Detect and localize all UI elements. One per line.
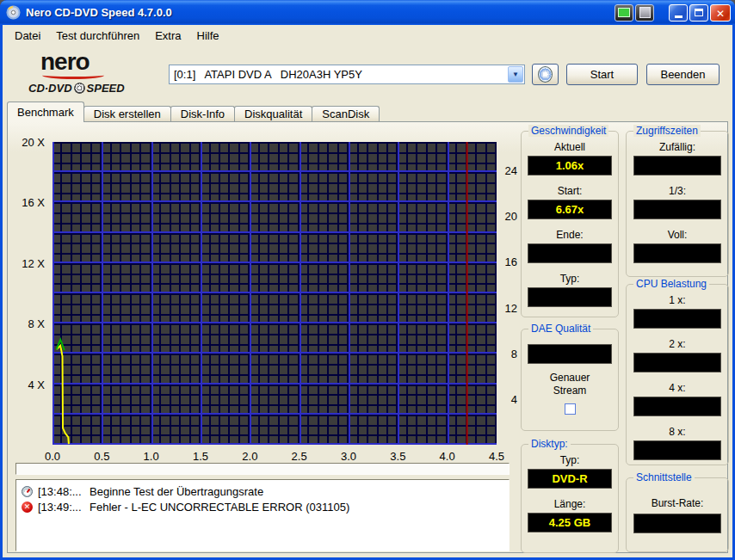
floppy-icon xyxy=(639,7,651,18)
access-times-group: Zugriffszeiten Zufällig: 1/3: Voll: xyxy=(626,131,729,277)
one-third-value xyxy=(633,200,721,219)
log-message: Fehler - L-EC UNCORRECTABLE ERROR (03110… xyxy=(90,501,349,514)
logo-speed-text: SPEED xyxy=(87,82,125,95)
product-wordmark: CD·DVD SPEED xyxy=(28,82,158,95)
disc-icon xyxy=(74,83,85,94)
dae-quality-value xyxy=(528,344,612,364)
series-transfer-rate xyxy=(57,346,69,444)
left-axis-tick-label: 20 X xyxy=(22,136,45,149)
disc-laenge-value: 4.25 GB xyxy=(528,513,612,532)
log-timestamp: [13:48:... xyxy=(38,485,90,498)
log-message: Beginne Test der Übertragungsrate xyxy=(90,485,263,498)
zufaellig-value xyxy=(633,156,721,175)
window-title: Nero CD-DVD Speed 4.7.0.0 xyxy=(26,6,613,19)
left-axis-tick-label: 4 X xyxy=(28,378,45,391)
x-axis-tick-label: 3.5 xyxy=(390,450,405,463)
disc-laenge-label: Länge: xyxy=(554,498,586,510)
capture-window-button[interactable] xyxy=(615,4,633,22)
start-value: 6.67x xyxy=(528,200,612,219)
titlebar[interactable]: Nero CD-DVD Speed 4.7.0.0 xyxy=(0,0,735,25)
benchmark-page: 20 X16 X12 X8 X4 X 2420161284 0.00.51.01… xyxy=(7,121,728,553)
group-title: Schnittstelle xyxy=(633,471,695,483)
x-axis-tick-label: 4.5 xyxy=(489,450,504,463)
burst-rate-label: Burst-Rate: xyxy=(652,497,704,509)
interface-group: Schnittstelle Burst-Rate: xyxy=(626,477,729,552)
menubar: Datei Test durchführen Extra Hilfe xyxy=(3,26,732,45)
typ-value xyxy=(528,287,612,307)
maximize-icon xyxy=(695,9,703,16)
x-axis-tick-label: 3.0 xyxy=(341,450,356,463)
close-button[interactable] xyxy=(710,4,731,22)
log-panel: [13:48:... Beginne Test der Übertragungs… xyxy=(15,479,510,551)
cpu-4x-label: 4 x: xyxy=(669,382,685,394)
cpu-load-group: CPU Belastung 1 x: 2 x: 4 x: 8 x: xyxy=(626,284,729,465)
dae-quality-group: DAE Qualität Genauer Stream xyxy=(521,329,619,431)
cpu-4x-value xyxy=(633,397,721,416)
x-axis-tick-label: 0.5 xyxy=(94,450,109,463)
genauer-stream-checkbox[interactable] xyxy=(565,403,576,415)
chart-series-layer xyxy=(52,142,497,445)
disc-typ-label: Typ: xyxy=(560,454,580,466)
group-title: Zugriffszeiten xyxy=(633,125,701,137)
menu-datei[interactable]: Datei xyxy=(7,28,48,44)
tab-disk-erstellen[interactable]: Disk erstellen xyxy=(83,106,171,121)
minimize-icon xyxy=(675,15,682,18)
log-entry-icon xyxy=(21,486,34,497)
start-label: Start: xyxy=(558,185,583,197)
burst-rate-value xyxy=(633,514,721,533)
x-axis-tick-label: 4.0 xyxy=(440,450,455,463)
menu-extra[interactable]: Extra xyxy=(147,28,188,44)
start-button[interactable]: Start xyxy=(566,64,638,85)
app-icon xyxy=(6,5,21,20)
test-start-icon xyxy=(22,486,33,497)
group-title: DAE Qualität xyxy=(528,323,593,335)
tab-scandisk[interactable]: ScanDisk xyxy=(312,106,380,121)
genauer-stream-label: Genauer xyxy=(550,372,590,384)
aktuell-value: 1.06x xyxy=(528,156,612,175)
cpu-2x-label: 2 x: xyxy=(669,338,685,350)
error-icon xyxy=(22,502,33,513)
x-axis-tick-label: 0.0 xyxy=(45,450,60,463)
ende-value xyxy=(528,243,612,263)
drive-select[interactable]: [0:1] ATAPI DVD A DH20A3H YP5Y xyxy=(169,65,525,84)
x-axis-tick-label: 2.0 xyxy=(242,450,257,463)
x-axis-tick-label: 1.0 xyxy=(144,450,159,463)
right-axis-tick-label: 20 xyxy=(505,210,517,223)
screen-icon xyxy=(618,8,630,17)
minimize-button[interactable] xyxy=(669,4,688,22)
quit-button[interactable]: Beenden xyxy=(646,64,720,85)
cpu-2x-value xyxy=(633,353,721,372)
speed-group: Geschwindigkeit Aktuell 1.06x Start: 6.6… xyxy=(521,131,619,317)
cpu-1x-value xyxy=(633,309,721,329)
log-timestamp: [13:49:... xyxy=(38,501,90,514)
zufaellig-label: Zufällig: xyxy=(659,141,695,153)
menu-hilfe[interactable]: Hilfe xyxy=(189,28,227,44)
log-row: [13:49:... Fehler - L-EC UNCORRECTABLE E… xyxy=(21,499,507,514)
right-axis-tick-label: 16 xyxy=(505,255,517,268)
left-axis-tick-label: 16 X xyxy=(22,196,45,209)
maximize-button[interactable] xyxy=(689,4,708,22)
group-title: Geschwindigkeit xyxy=(528,125,608,137)
drive-info-button[interactable] xyxy=(532,64,559,85)
aktuell-label: Aktuell xyxy=(554,141,585,153)
progress-bar xyxy=(15,463,510,475)
menu-test-durchfuehren[interactable]: Test durchführen xyxy=(48,28,147,44)
app-window: Nero CD-DVD Speed 4.7.0.0 Datei Test dur… xyxy=(0,0,735,560)
group-title: Disktyp: xyxy=(528,438,571,450)
right-axis-tick-label: 24 xyxy=(505,164,517,177)
log-entry-icon xyxy=(21,502,34,513)
save-image-button[interactable] xyxy=(635,4,654,22)
cpu-8x-label: 8 x: xyxy=(669,426,685,438)
left-axis-tick-label: 12 X xyxy=(22,256,45,269)
tab-disk-info[interactable]: Disk-Info xyxy=(170,106,235,121)
cpu-8x-value xyxy=(633,440,721,460)
log-row: [13:48:... Beginne Test der Übertragungs… xyxy=(21,483,507,499)
chevron-down-icon[interactable] xyxy=(508,66,523,83)
drive-select-value: [0:1] ATAPI DVD A DH20A3H YP5Y xyxy=(170,68,507,81)
right-axis-tick-label: 8 xyxy=(511,347,517,360)
tab-benchmark[interactable]: Benchmark xyxy=(7,102,84,122)
benchmark-chart xyxy=(52,142,497,445)
tab-diskqualitaet[interactable]: Diskqualität xyxy=(234,106,312,121)
right-axis-tick-label: 12 xyxy=(505,301,517,314)
cd-icon xyxy=(538,66,553,83)
